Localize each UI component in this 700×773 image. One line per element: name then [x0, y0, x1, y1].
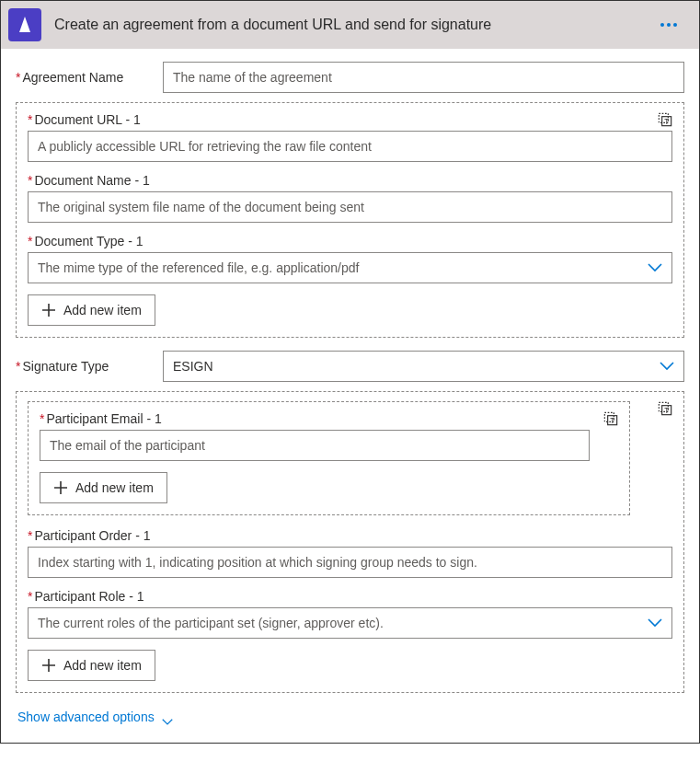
- participant-email-subgroup: T Participant Email - 1 The email of the…: [28, 401, 630, 515]
- svg-text:T: T: [610, 416, 614, 425]
- document-name-input[interactable]: The original system file name of the doc…: [28, 191, 672, 223]
- signature-type-value: ESIGN: [173, 359, 213, 374]
- add-participant-set-button[interactable]: Add new item: [28, 650, 155, 681]
- add-participant-email-button[interactable]: Add new item: [40, 472, 167, 503]
- switch-array-icon[interactable]: T: [656, 110, 674, 129]
- chevron-down-icon: [648, 263, 662, 272]
- document-type-value: The mime type of the referenced file, e.…: [38, 260, 359, 275]
- participant-role-field: Participant Role - 1 The current roles o…: [28, 589, 672, 639]
- participant-role-value: The current roles of the participant set…: [38, 616, 384, 630]
- document-type-field: Document Type - 1 The mime type of the r…: [28, 234, 672, 283]
- svg-text:T: T: [664, 117, 669, 126]
- participant-order-input[interactable]: Index starting with 1, indicating positi…: [28, 547, 672, 578]
- action-card: Create an agreement from a document URL …: [0, 0, 700, 744]
- ellipsis-icon: [667, 23, 671, 27]
- document-url-field: Document URL - 1 A publicly accessible U…: [28, 112, 672, 162]
- adobe-sign-icon: [8, 8, 41, 41]
- participant-order-field: Participant Order - 1 Index starting wit…: [28, 528, 672, 578]
- document-url-label: Document URL - 1: [28, 112, 672, 127]
- participant-email-field: Participant Email - 1 The email of the p…: [40, 411, 618, 461]
- document-type-label: Document Type - 1: [28, 234, 672, 248]
- signature-type-select[interactable]: ESIGN: [163, 351, 684, 382]
- signature-type-row: Signature Type ESIGN: [16, 351, 684, 382]
- add-document-item-button[interactable]: Add new item: [28, 294, 155, 326]
- plus-icon: [53, 480, 68, 495]
- card-body: Agreement Name The name of the agreement…: [1, 49, 699, 743]
- card-title: Create an agreement from a document URL …: [54, 17, 640, 33]
- participant-order-label: Participant Order - 1: [28, 528, 672, 543]
- show-advanced-options-label: Show advanced options: [17, 710, 155, 724]
- participants-group: T T Participant Email - 1 The email of t…: [16, 391, 684, 693]
- switch-array-icon[interactable]: T: [602, 410, 620, 428]
- agreement-name-label: Agreement Name: [16, 70, 163, 85]
- show-advanced-options-link[interactable]: Show advanced options: [16, 706, 173, 730]
- document-name-label: Document Name - 1: [28, 173, 672, 188]
- document-url-input[interactable]: A publicly accessible URL for retrieving…: [28, 131, 672, 162]
- card-header: Create an agreement from a document URL …: [1, 1, 699, 49]
- document-group: T Document URL - 1 A publicly accessible…: [16, 102, 684, 338]
- plus-icon: [41, 303, 56, 317]
- participant-role-label: Participant Role - 1: [28, 589, 672, 604]
- chevron-down-icon: [648, 618, 662, 628]
- add-participant-set-label: Add new item: [63, 658, 142, 673]
- chevron-down-icon: [660, 362, 674, 371]
- agreement-name-input[interactable]: The name of the agreement: [163, 62, 684, 93]
- ellipsis-icon: [660, 23, 664, 27]
- signature-type-label: Signature Type: [16, 359, 163, 374]
- add-participant-email-label: Add new item: [75, 480, 154, 495]
- ellipsis-icon: [673, 23, 677, 27]
- add-document-label: Add new item: [63, 303, 142, 317]
- participant-email-label: Participant Email - 1: [40, 411, 618, 426]
- document-name-field: Document Name - 1 The original system fi…: [28, 173, 672, 223]
- card-menu-button[interactable]: [653, 16, 684, 34]
- chevron-down-icon: [162, 713, 173, 721]
- participant-email-input[interactable]: The email of the participant: [40, 430, 590, 461]
- document-type-select[interactable]: The mime type of the referenced file, e.…: [28, 252, 672, 283]
- agreement-name-row: Agreement Name The name of the agreement: [16, 62, 684, 93]
- participant-role-select[interactable]: The current roles of the participant set…: [28, 607, 672, 639]
- plus-icon: [41, 658, 56, 673]
- switch-array-icon[interactable]: T: [656, 399, 674, 418]
- svg-text:T: T: [664, 406, 669, 415]
